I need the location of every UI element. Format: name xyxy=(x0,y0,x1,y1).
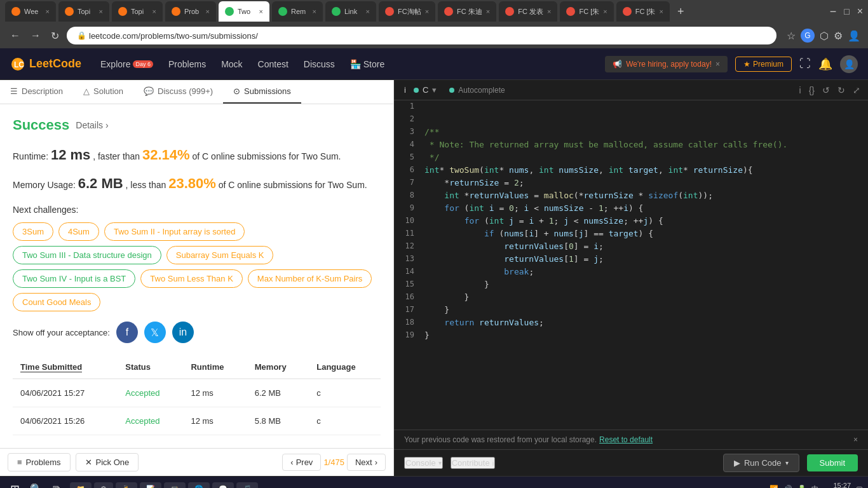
browser-tab-10[interactable]: FC 发表 × xyxy=(499,1,557,22)
contribute-button[interactable]: Contribute i xyxy=(451,457,495,469)
browser-tab-9[interactable]: FC 朱迪 × xyxy=(438,1,496,22)
restore-close-button[interactable]: × xyxy=(853,435,858,444)
back-button[interactable]: ← xyxy=(8,27,23,44)
tab-solution[interactable]: △ Solution xyxy=(73,80,133,104)
tab-submissions[interactable]: ⊙ Submissions xyxy=(223,80,301,104)
console-chevron-icon: ▾ xyxy=(438,459,442,466)
notification-bell[interactable]: 🔔 xyxy=(818,57,832,71)
browser-tab-11[interactable]: FC [朱 × xyxy=(560,1,613,22)
submission-time-2: 04/06/2021 15:26 xyxy=(13,407,118,435)
nav-contest[interactable]: Contest xyxy=(252,55,295,73)
prev-button[interactable]: ‹ Prev xyxy=(282,454,321,471)
browser-tab-8[interactable]: FC淘帖 × xyxy=(379,1,435,22)
nav-problems[interactable]: Problems xyxy=(162,55,212,73)
challenge-tag-twosum4[interactable]: Two Sum IV - Input is a BST xyxy=(13,269,135,288)
new-tab-button[interactable]: + xyxy=(672,5,689,18)
forward-button[interactable]: → xyxy=(28,27,43,44)
taskbar-app6[interactable]: 🎵 xyxy=(236,482,258,488)
linkedin-share-button[interactable]: in xyxy=(172,322,194,343)
close-button[interactable]: × xyxy=(857,6,863,17)
nav-mock[interactable]: Mock xyxy=(215,55,248,73)
browser-tab-12[interactable]: FC [朱 × xyxy=(616,1,670,22)
challenge-tag-maxksum[interactable]: Max Number of K-Sum Pairs xyxy=(248,269,372,288)
star-icon: ★ xyxy=(743,60,750,69)
profile-avatar[interactable]: G xyxy=(801,29,815,43)
taskbar-app1[interactable]: 🐧 xyxy=(116,482,137,488)
search-taskbar-button[interactable]: 🔍 xyxy=(25,483,48,488)
megaphone-icon: 📢 xyxy=(613,60,622,69)
reset-default-link[interactable]: Reset to default xyxy=(599,435,653,444)
challenge-tag-twosum2[interactable]: Two Sum II - Input array is sorted xyxy=(104,222,245,241)
twitter-share-button[interactable]: 𝕏 xyxy=(144,322,166,343)
user-icon[interactable]: 👤 xyxy=(848,30,860,42)
bookmark-button[interactable]: ☆ xyxy=(787,30,796,42)
submit-button[interactable]: Submit xyxy=(807,454,858,471)
nav-explore[interactable]: Explore Day 6 xyxy=(94,55,159,73)
problems-button[interactable]: ≡ Problems xyxy=(8,453,71,471)
browser-tab-2[interactable]: Topi × xyxy=(58,1,109,22)
editor-bottom-bar: Console ▾ Contribute i ▶ Run Code ▾ Subm… xyxy=(394,449,868,476)
challenge-tag-twosum3[interactable]: Two Sum III - Data structure design xyxy=(13,246,161,264)
challenge-tag-3sum[interactable]: 3Sum xyxy=(13,222,53,241)
details-link[interactable]: Details › xyxy=(76,120,108,130)
lc-header-right: 📢 We're hiring, apply today! × ★ Premium… xyxy=(605,55,858,73)
challenge-tag-twosumless[interactable]: Two Sum Less Than K xyxy=(140,269,243,288)
hire-banner[interactable]: 📢 We're hiring, apply today! × xyxy=(605,56,728,72)
nav-discuss[interactable]: Discuss xyxy=(297,55,341,73)
hire-close-button[interactable]: × xyxy=(715,60,720,69)
console-button[interactable]: Console ▾ xyxy=(404,457,443,469)
browser-tab-1[interactable]: Wee × xyxy=(5,1,56,22)
fullscreen-button[interactable]: ⛶ xyxy=(799,57,811,71)
settings-icon[interactable]: ⚙ xyxy=(834,30,843,42)
facebook-share-button[interactable]: f xyxy=(116,322,138,343)
premium-button[interactable]: ★ Premium xyxy=(735,57,792,72)
tab-discuss[interactable]: 💬 Discuss (999+) xyxy=(133,80,223,104)
fullscreen-editor-button[interactable]: ⤢ xyxy=(853,85,860,95)
taskbar-app3[interactable]: 🎮 xyxy=(164,482,186,488)
extensions-button[interactable]: ⬡ xyxy=(820,30,829,42)
discuss-icon: 💬 xyxy=(144,86,154,96)
tab-description[interactable]: ☰ Description xyxy=(0,80,73,104)
social-share-row: Show off your acceptance: f 𝕏 in xyxy=(13,322,381,343)
challenge-tag-subarray[interactable]: Subarray Sum Equals K xyxy=(166,246,274,264)
browser-tab-5-active[interactable]: Two × xyxy=(219,1,269,22)
task-view-button[interactable]: ⧉ xyxy=(48,484,65,488)
browser-tab-3[interactable]: Topi × xyxy=(112,1,163,22)
challenge-tag-4sum[interactable]: 4Sum xyxy=(58,222,99,241)
notification-center[interactable]: 🗨 xyxy=(856,485,863,488)
user-avatar[interactable]: 👤 xyxy=(840,55,858,73)
table-body: 04/06/2021 15:27 Accepted 12 ms 6.2 MB c… xyxy=(13,379,381,435)
network-icon: 📶 xyxy=(770,485,778,488)
next-button[interactable]: Next › xyxy=(347,454,386,471)
taskbar-settings[interactable]: ⚙ xyxy=(94,482,113,488)
language-selector[interactable]: C ▾ xyxy=(414,85,437,95)
challenge-tag-countgood[interactable]: Count Good Meals xyxy=(13,293,100,311)
battery-icon: 🔋 xyxy=(797,485,806,488)
browser-tab-4[interactable]: Prob × xyxy=(165,1,216,22)
taskbar-app5[interactable]: 💬 xyxy=(212,482,234,488)
submission-status-2[interactable]: Accepted xyxy=(118,407,183,435)
browser-tab-7[interactable]: Link × xyxy=(325,1,376,22)
windows-start-button[interactable]: ⊞ xyxy=(5,482,25,488)
autocomplete-toggle[interactable]: Autocomplete xyxy=(449,86,505,95)
tab-close-1[interactable]: × xyxy=(46,8,50,15)
refresh-button[interactable]: ↻ xyxy=(48,27,62,44)
undo-button[interactable]: ↺ xyxy=(822,85,830,95)
pick-one-button[interactable]: ✕ Pick One xyxy=(76,453,139,471)
run-code-button[interactable]: ▶ Run Code ▾ xyxy=(723,454,799,472)
code-editor[interactable]: 1 2 3 /** 4 * Note: The returned array m… xyxy=(394,100,868,430)
taskbar-app2[interactable]: 📝 xyxy=(140,482,161,488)
nav-store[interactable]: 🏪 Store xyxy=(344,55,391,73)
submission-status-1[interactable]: Accepted xyxy=(118,379,183,407)
format-code-button[interactable]: {} xyxy=(809,85,815,95)
minimize-button[interactable]: − xyxy=(830,5,837,18)
taskbar-app4[interactable]: 🌐 xyxy=(188,482,210,488)
redo-button[interactable]: ↻ xyxy=(837,85,845,95)
taskbar-file-explorer[interactable]: 📁 xyxy=(70,482,92,488)
address-input[interactable]: 🔒 leetcode.com/problems/two-sum/submissi… xyxy=(67,27,776,44)
right-panel: i C ▾ Autocomplete i {} ↺ ↻ ⤢ 1 xyxy=(394,80,868,476)
browser-tab-6[interactable]: Rem × xyxy=(272,1,323,22)
maximize-button[interactable]: □ xyxy=(844,6,849,17)
lc-logo[interactable]: LC LeetCode xyxy=(10,57,81,72)
info-button[interactable]: i xyxy=(799,85,801,95)
